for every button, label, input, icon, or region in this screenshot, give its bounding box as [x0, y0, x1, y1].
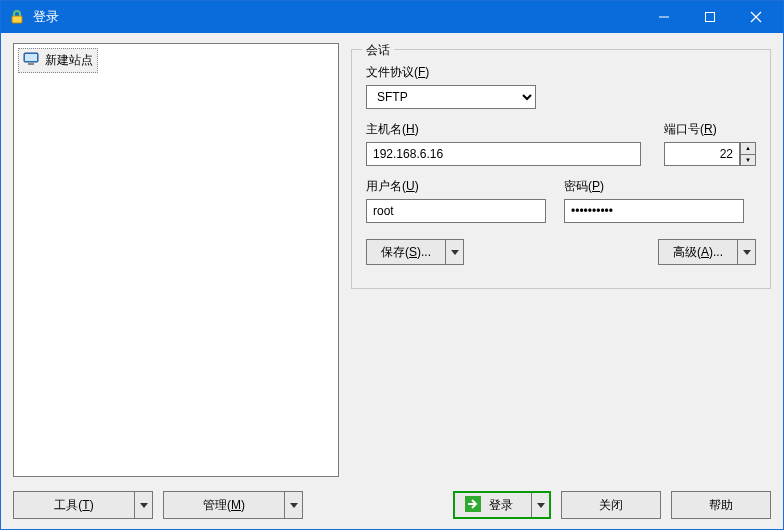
save-button-dropdown[interactable]	[446, 239, 464, 265]
protocol-label: 文件协议(F)	[366, 64, 756, 81]
site-list[interactable]: 新建站点	[13, 43, 339, 477]
login-arrow-icon	[465, 496, 481, 515]
tools-button-dropdown[interactable]	[135, 491, 153, 519]
password-field: 密码(P)	[564, 178, 744, 223]
spinner-down-icon[interactable]: ▼	[741, 155, 755, 166]
content-area: 新建站点 会话 文件协议(F) SFTP 主机	[1, 33, 783, 485]
close-dialog-button[interactable]: 关闭	[561, 491, 661, 519]
password-label: 密码(P)	[564, 178, 744, 195]
advanced-button-dropdown[interactable]	[738, 239, 756, 265]
tools-button-main[interactable]: 工具(T)	[13, 491, 135, 519]
port-stepper[interactable]: ▲ ▼	[664, 142, 756, 166]
left-pane: 新建站点	[13, 43, 339, 477]
window-title: 登录	[33, 8, 59, 26]
session-legend: 会话	[362, 42, 394, 59]
host-label: 主机名(H)	[366, 121, 646, 138]
login-button-main[interactable]: 登录	[455, 493, 531, 517]
app-lock-icon	[9, 9, 25, 25]
advanced-button-main[interactable]: 高级(A)...	[658, 239, 738, 265]
session-group: 会话 文件协议(F) SFTP 主机名(H)	[351, 49, 771, 289]
titlebar: 登录	[1, 1, 783, 33]
svg-marker-10	[140, 503, 148, 508]
host-field: 主机名(H)	[366, 121, 646, 166]
svg-marker-11	[290, 503, 298, 508]
svg-rect-2	[706, 13, 715, 22]
svg-rect-6	[25, 54, 37, 61]
manage-button-dropdown[interactable]	[285, 491, 303, 519]
login-button[interactable]: 登录	[453, 491, 551, 519]
tools-button[interactable]: 工具(T)	[13, 491, 153, 519]
port-field: 端口号(R) ▲ ▼	[664, 121, 756, 166]
minimize-button[interactable]	[641, 1, 687, 33]
right-pane: 会话 文件协议(F) SFTP 主机名(H)	[351, 43, 771, 477]
advanced-button[interactable]: 高级(A)...	[658, 239, 756, 265]
password-input[interactable]	[564, 199, 744, 223]
port-input[interactable]	[664, 142, 740, 166]
username-input[interactable]	[366, 199, 546, 223]
save-button-main[interactable]: 保存(S)...	[366, 239, 446, 265]
svg-marker-8	[451, 250, 459, 255]
save-button[interactable]: 保存(S)...	[366, 239, 464, 265]
protocol-field: 文件协议(F) SFTP	[366, 64, 756, 109]
monitor-icon	[23, 51, 39, 70]
maximize-button[interactable]	[687, 1, 733, 33]
svg-rect-0	[12, 16, 22, 23]
login-dialog: 登录 新建站点 会话	[0, 0, 784, 530]
close-button[interactable]	[733, 1, 779, 33]
manage-button-main[interactable]: 管理(M)	[163, 491, 285, 519]
host-input[interactable]	[366, 142, 641, 166]
help-button[interactable]: 帮助	[671, 491, 771, 519]
port-spinner[interactable]: ▲ ▼	[740, 142, 756, 166]
site-list-item-new[interactable]: 新建站点	[18, 48, 98, 73]
login-button-dropdown[interactable]	[531, 493, 549, 517]
svg-marker-9	[743, 250, 751, 255]
spinner-up-icon[interactable]: ▲	[741, 143, 755, 155]
bottom-bar: 工具(T) 管理(M) 登录	[1, 485, 783, 529]
site-list-item-label: 新建站点	[45, 52, 93, 69]
manage-button[interactable]: 管理(M)	[163, 491, 303, 519]
port-label: 端口号(R)	[664, 121, 756, 138]
svg-marker-13	[537, 503, 545, 508]
protocol-select[interactable]: SFTP	[366, 85, 536, 109]
username-field: 用户名(U)	[366, 178, 546, 223]
svg-rect-7	[28, 63, 34, 65]
username-label: 用户名(U)	[366, 178, 546, 195]
